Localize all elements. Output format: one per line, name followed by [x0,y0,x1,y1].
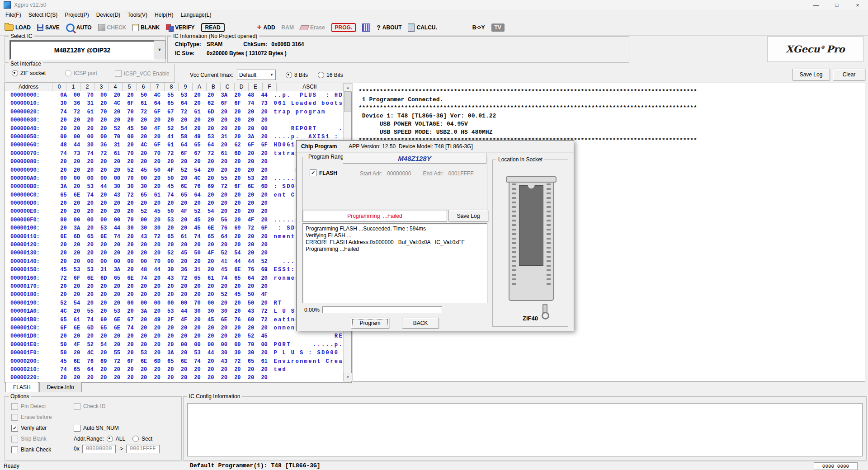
hex-byte-cell[interactable]: 54 [177,125,191,133]
hex-byte-cell[interactable]: 70 [151,150,164,158]
clear-button[interactable]: Clear [833,69,865,80]
hex-byte-cell[interactable]: 74 [137,274,151,282]
hex-byte-cell[interactable]: 20 [258,116,271,124]
hex-byte-cell[interactable]: 20 [177,291,191,299]
hex-byte-cell[interactable]: 65 [164,233,178,241]
hex-ascii-cell[interactable]: ted [271,366,343,374]
hex-byte-cell[interactable]: 31 [84,99,97,108]
hex-byte-cell[interactable]: 20 [244,241,258,249]
hex-byte-cell[interactable]: 20 [97,349,110,357]
hex-byte-cell[interactable]: 30 [137,224,151,232]
hex-ascii-cell[interactable]: RE [271,332,343,340]
hex-byte-cell[interactable]: 20 [231,91,245,99]
hex-byte-cell[interactable]: 50 [244,291,258,299]
hex-byte-cell[interactable]: 50 [191,249,204,257]
hex-byte-cell[interactable]: 30 [124,224,137,232]
hex-byte-cell[interactable]: 6E [217,316,231,324]
toolbar-blank-button[interactable]: BLANK [132,24,160,31]
scrollbar-thumb[interactable] [344,91,351,112]
hex-byte-cell[interactable]: 6D [70,233,84,241]
hex-ascii-cell[interactable]: Environment Crea [271,357,343,366]
hex-byte-cell[interactable]: 20 [258,191,271,199]
hex-byte-cell[interactable]: 20 [110,374,124,382]
hex-byte-cell[interactable]: 20 [258,150,271,158]
hex-byte-cell[interactable]: 20 [137,316,151,324]
hex-byte-cell[interactable]: 20 [70,332,84,340]
toolbar-auto-button[interactable]: AUTO [66,24,92,32]
hex-byte-cell[interactable]: 3A [164,349,178,357]
hex-byte-cell[interactable]: 20 [191,199,204,207]
hex-byte-cell[interactable]: 72 [217,183,231,191]
hex-byte-cell[interactable]: 20 [191,366,204,374]
hex-byte-cell[interactable]: 20 [57,282,71,291]
toolbar-ram-button[interactable]: RAM [282,24,294,31]
hex-byte-cell[interactable]: 55 [84,307,97,315]
hex-byte-cell[interactable]: 67 [191,150,204,158]
hex-byte-cell[interactable]: 20 [164,374,178,382]
hex-byte-cell[interactable]: 72 [164,150,178,158]
hex-byte-cell[interactable]: 00 [110,174,124,183]
range-end-input[interactable]: 0001FFFF [126,445,160,453]
hex-byte-cell[interactable]: 20 [204,324,217,332]
hex-byte-cell[interactable]: 20 [151,349,164,357]
hex-byte-cell[interactable]: 61 [217,150,231,158]
addr-range-sect-radio[interactable] [132,436,139,442]
hex-byte-cell[interactable]: 20 [97,307,110,315]
hex-byte-cell[interactable]: 20 [231,332,245,340]
hex-byte-cell[interactable]: 20 [57,374,71,382]
hex-byte-cell[interactable]: 61 [164,141,178,149]
hex-byte-cell[interactable]: 20 [110,166,124,174]
hex-byte-cell[interactable]: 64 [84,366,97,374]
hex-byte-cell[interactable]: 20 [258,324,271,332]
hex-byte-cell[interactable]: 20 [151,307,164,315]
hex-byte-cell[interactable]: 20 [191,324,204,332]
hex-byte-cell[interactable]: 20 [204,158,217,166]
hex-byte-cell[interactable]: 52 [137,207,151,216]
hex-byte-cell[interactable]: 20 [110,366,124,374]
hex-byte-cell[interactable]: 20 [258,166,271,174]
toolbar-prog-button[interactable]: PROG. [331,23,356,32]
hex-byte-cell[interactable]: 30 [151,224,164,232]
hex-byte-cell[interactable]: 20 [110,207,124,216]
flash-checkbox[interactable]: ✓ FLASH [310,169,337,176]
hex-byte-cell[interactable]: 20 [84,199,97,207]
hex-byte-cell[interactable]: 20 [164,224,178,232]
hex-byte-cell[interactable]: 6D [84,324,97,332]
hex-byte-cell[interactable]: 30 [191,307,204,315]
hex-byte-cell[interactable]: 20 [204,258,217,266]
hex-byte-cell[interactable]: 53 [84,266,97,274]
hex-byte-cell[interactable]: 00 [57,174,71,183]
hex-byte-cell[interactable]: 00 [97,216,110,224]
hex-byte-cell[interactable]: 00 [231,341,245,349]
hex-byte-cell[interactable]: 69 [97,316,110,324]
hex-byte-cell[interactable]: 65 [204,233,217,241]
hex-byte-cell[interactable]: 6F [124,357,137,366]
hex-byte-cell[interactable]: 20 [177,224,191,232]
hex-byte-cell[interactable]: 20 [124,307,137,315]
hex-byte-cell[interactable]: 20 [217,125,231,133]
hex-byte-cell[interactable]: 31 [191,266,204,274]
hex-byte-cell[interactable]: 20 [177,216,191,224]
minimize-button[interactable]: — [806,0,826,10]
hex-byte-cell[interactable]: 20 [124,366,137,374]
hex-byte-cell[interactable]: 4F [177,316,191,324]
hex-byte-cell[interactable]: 74 [124,324,137,332]
hex-byte-cell[interactable]: 55 [164,91,178,99]
hex-byte-cell[interactable]: 53 [110,307,124,315]
hex-byte-cell[interactable]: 64 [191,191,204,199]
blank-check-checkbox[interactable]: Blank Check [11,446,51,453]
hex-byte-cell[interactable]: 00 [57,133,71,141]
hex-byte-cell[interactable]: 20 [177,241,191,249]
hex-byte-cell[interactable]: 20 [110,332,124,340]
hex-byte-cell[interactable]: 20 [137,324,151,332]
hex-byte-cell[interactable]: 76 [231,316,245,324]
hex-byte-cell[interactable]: 00 [84,258,97,266]
hex-byte-cell[interactable]: 20 [164,332,178,340]
bits-8-radio[interactable]: 8 Bits [286,72,308,78]
hex-byte-cell[interactable]: 74 [84,150,97,158]
hex-byte-cell[interactable]: 45 [217,266,231,274]
hex-byte-cell[interactable]: 00 [70,133,84,141]
hex-byte-cell[interactable]: 20 [151,241,164,249]
hex-byte-cell[interactable]: 20 [191,91,204,99]
hex-byte-cell[interactable]: 69 [204,183,217,191]
